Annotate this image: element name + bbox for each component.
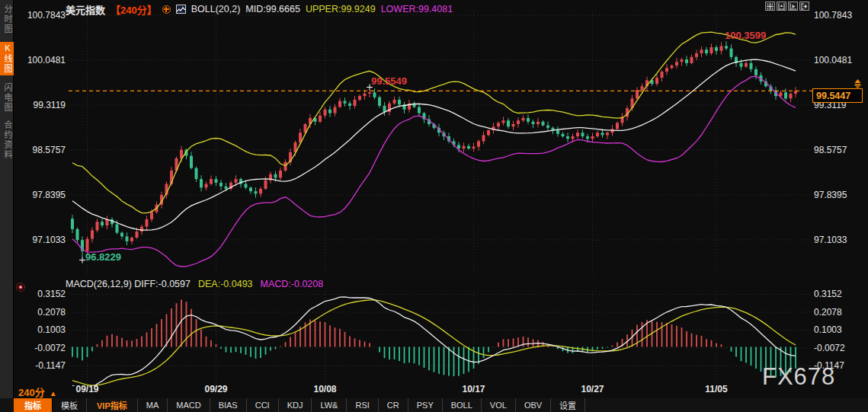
x-axis-date-label: 10/17 bbox=[457, 384, 491, 394]
footer-tab-6[interactable]: BIAS bbox=[210, 398, 247, 412]
macd-axis-right-label: 0.3152 bbox=[814, 289, 842, 299]
macd-axis-right-label: -0.0072 bbox=[814, 343, 845, 353]
axis-expand-icon[interactable] bbox=[788, 2, 798, 11]
footer-tab-14[interactable]: VOL bbox=[482, 398, 516, 412]
x-axis-date-label: 10/27 bbox=[576, 384, 610, 394]
chart-header: 美元指数 【240分】 BOLL(20,2) MID:99.6665 UPPER… bbox=[66, 3, 453, 15]
chart-toolbar-icons bbox=[765, 2, 809, 11]
up-triangle-icon: ▲ bbox=[50, 389, 57, 398]
footer-tab-1[interactable]: 指标 bbox=[14, 398, 53, 412]
footer-tab-8[interactable]: KDJ bbox=[279, 398, 312, 412]
price-axis-right-label: 97.1033 bbox=[814, 235, 847, 245]
price-axis-left-label: 98.5757 bbox=[18, 145, 66, 155]
footer-tab-2[interactable]: 模板 bbox=[53, 398, 87, 412]
macd-param-label: MACD(26,12,9) DIFF:-0.0597 bbox=[66, 279, 191, 289]
footer-tab-7[interactable]: CCI bbox=[247, 398, 279, 412]
x-axis-date-label: 10/08 bbox=[309, 384, 342, 394]
footer-tab-4[interactable]: MA bbox=[138, 398, 168, 412]
boll-upper-value: UPPER:99.9249 bbox=[306, 4, 376, 14]
macd-axis-left-label: 0.1003 bbox=[18, 324, 66, 335]
price-axis-left-label: 97.8395 bbox=[18, 190, 66, 200]
indicator-toolbar: 指标模板VIP指标MAMACDBIASCCIKDJLW&RSICRPSYBOLL… bbox=[0, 398, 868, 412]
price-up-flag-icon bbox=[853, 78, 863, 91]
axis-compress-icon[interactable] bbox=[777, 2, 786, 11]
price-axis-right-label: 100.0481 bbox=[814, 55, 852, 65]
price-axis-left-label: 99.3119 bbox=[18, 100, 66, 110]
macd-dea-value: DEA:-0.0493 bbox=[198, 279, 253, 289]
footer-tab-9[interactable]: LW& bbox=[312, 398, 347, 412]
marked-high-annotation: 100.3599 bbox=[725, 30, 766, 41]
footer-tab-15[interactable]: OBV bbox=[516, 398, 551, 412]
sidebar-item-lightning-chart[interactable]: 闪电图 bbox=[0, 83, 14, 113]
macd-macd-value: MACD:-0.0208 bbox=[261, 279, 324, 289]
symbol-title: 美元指数 bbox=[66, 2, 105, 17]
period-label: 【240分】 bbox=[111, 2, 157, 17]
footer-tab-16[interactable]: 设置 bbox=[551, 398, 585, 412]
price-macd-chart-canvas[interactable] bbox=[0, 0, 868, 412]
price-axis-left-label: 100.7843 bbox=[18, 10, 66, 21]
footer-tab-11[interactable]: CR bbox=[379, 398, 408, 412]
macd-axis-left-label: -0.0072 bbox=[18, 343, 66, 353]
circle-plus-icon[interactable] bbox=[162, 5, 171, 14]
x-axis-date-label: 09/29 bbox=[200, 384, 233, 394]
price-axis-left-label: 97.1033 bbox=[18, 235, 66, 245]
boll-param-label: BOLL(20,2) bbox=[191, 4, 241, 14]
sidebar-item-contract-info[interactable]: 合约资料 bbox=[0, 120, 14, 160]
macd-header: MACD(26,12,9) DIFF:-0.0597 DEA:-0.0493 M… bbox=[66, 279, 323, 289]
footer-tab-10[interactable]: RSI bbox=[347, 398, 378, 412]
price-axis-right-label: 100.7843 bbox=[814, 10, 852, 21]
footer-tab-5[interactable]: MACD bbox=[168, 398, 210, 412]
macd-axis-right-label: -0.1147 bbox=[814, 360, 844, 371]
swing-high-annotation: 99.5549 bbox=[371, 75, 407, 87]
macd-axis-left-label: -0.1147 bbox=[18, 360, 66, 371]
period-selector-label: 240分 bbox=[18, 387, 45, 398]
footer-tab-12[interactable]: PSY bbox=[408, 398, 443, 412]
macd-axis-right-label: 0.1003 bbox=[814, 324, 842, 335]
price-axis-left-label: 100.0481 bbox=[18, 55, 66, 65]
boll-lower-value: LOWER:99.4081 bbox=[381, 4, 453, 14]
macd-axis-right-label: 0.2078 bbox=[814, 307, 842, 318]
price-axis-right-label: 97.8395 bbox=[814, 190, 847, 200]
footer-tab-3[interactable]: VIP指标 bbox=[87, 398, 138, 412]
x-axis-date-label: 11/05 bbox=[700, 384, 733, 394]
footer-tab-13[interactable]: BOLL bbox=[443, 398, 482, 412]
sidebar-item-time-chart[interactable]: 分时图 bbox=[0, 5, 14, 34]
mini-chart-icon[interactable] bbox=[176, 5, 186, 14]
pan-right-icon[interactable] bbox=[799, 2, 809, 11]
x-axis-date-label: 09/19 bbox=[71, 384, 104, 394]
boll-mid-value: MID:99.6665 bbox=[245, 4, 300, 14]
price-axis-right-label: 98.5757 bbox=[814, 145, 847, 155]
chart-type-sidebar: 分时图 K线图 闪电图 合约资料 bbox=[0, 0, 14, 398]
macd-axis-left-label: 0.2078 bbox=[18, 307, 66, 318]
chart-window: 分时图 K线图 闪电图 合约资料 美元指数 【240分】 BOLL(20,2) … bbox=[0, 0, 868, 412]
crosshair-move-icon[interactable] bbox=[765, 2, 775, 11]
sidebar-item-kline-chart[interactable]: K线图 bbox=[0, 42, 14, 75]
marked-low-annotation: 96.8229 bbox=[85, 251, 121, 263]
hot-spot-icon bbox=[15, 282, 26, 295]
period-selector[interactable]: 240分▲ bbox=[18, 385, 57, 399]
